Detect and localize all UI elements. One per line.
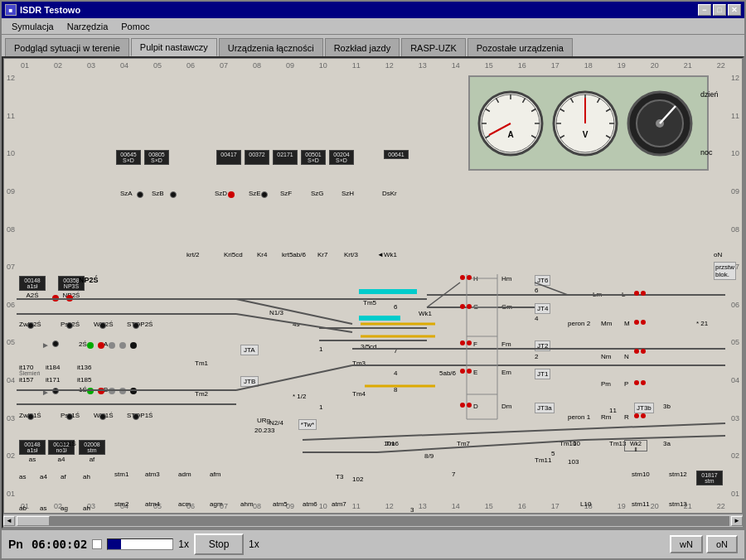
label-ab: ab (19, 504, 27, 512)
label-it157: it157 (19, 376, 33, 384)
menu-narzedzia[interactable]: Narzędzia (61, 20, 115, 33)
label-89: 8/9 (424, 452, 434, 460)
tab-urzadzenia[interactable]: Urządzenia łączności (219, 38, 323, 56)
label-ag: ag (61, 504, 68, 512)
btn-red-05-1[interactable] (98, 388, 104, 394)
device-Tw[interactable]: *Tw* (298, 419, 317, 430)
label-atm7: atm7 (332, 500, 346, 508)
btn-grey-05-1[interactable] (109, 388, 115, 394)
row-num-06: 06 (7, 301, 15, 309)
label-stm2: stm2 (114, 500, 128, 508)
label-5ab6: 5ab/6 (439, 369, 456, 377)
label-Mm: Mm (601, 320, 612, 327)
device-00645[interactable]: 00645S×D (116, 150, 141, 165)
grid-top-numbers: 01 02 03 04 05 06 07 08 09 10 11 12 13 1… (21, 61, 725, 70)
btn-grey-05-2[interactable] (119, 388, 126, 394)
minimize-button[interactable]: − (698, 4, 711, 16)
label-ah2: ah (83, 504, 90, 512)
label-ah-bottom: ah (83, 473, 90, 480)
col-num-13: 13 (419, 61, 427, 70)
label-JT1: JT1 (535, 369, 550, 379)
device-00372[interactable]: 00372 (245, 150, 269, 165)
scroll-right-button[interactable]: ► (731, 516, 743, 526)
device-00148-box: 00148a1sł (19, 276, 46, 291)
menu-pomoc[interactable]: Pomoc (114, 20, 156, 33)
btn-grey-07-2[interactable] (119, 342, 126, 349)
maximize-button[interactable]: □ (713, 4, 726, 16)
tab-rasp[interactable]: RASP-UZK (401, 38, 466, 56)
tab-pozostale[interactable]: Pozostałe urządzenia (467, 38, 573, 56)
label-Nm: Nm (601, 353, 611, 360)
day-display: Pn (8, 538, 23, 551)
col-num-05: 05 (153, 61, 162, 70)
scroll-left-button[interactable]: ◄ (3, 516, 15, 526)
btn-black-05-1 (130, 388, 137, 394)
btn-green-05-1[interactable] (87, 388, 94, 394)
signal-N-leds (634, 349, 646, 354)
label-Tm4: Tm4 (352, 390, 366, 398)
svg-line-50 (427, 282, 460, 307)
label-8: 8 (394, 386, 397, 393)
menu-bar: Symulacja Narzędzia Pomoc (2, 18, 744, 35)
label-SzB: SzB (152, 190, 164, 197)
col-num-11: 11 (352, 61, 361, 70)
time-display: 06:00:02 (31, 538, 87, 551)
label-SzE: SzE (249, 190, 261, 197)
bot-col-14: 14 (452, 502, 460, 510)
label-a2s-bottom: as (19, 473, 26, 480)
col-num-01: 01 (21, 61, 29, 70)
btn-red-07-1[interactable] (98, 342, 104, 349)
scrollbar-thumb[interactable] (17, 516, 50, 526)
row-num-r02: 02 (731, 451, 739, 460)
label-6: 6 (535, 287, 538, 294)
signal-F-leds (460, 340, 472, 345)
btn-grey-07-1[interactable] (109, 342, 115, 349)
device-stm-right[interactable]: 01817stm (696, 471, 723, 485)
device-00417[interactable]: 00417 (216, 150, 241, 165)
label-Slemien: Šlemień (19, 370, 40, 376)
horizontal-scrollbar[interactable]: ◄ ► (3, 514, 743, 527)
device-00641[interactable]: 00641 (384, 150, 409, 159)
led-row11-3 (228, 191, 235, 198)
led-D-red1 (460, 403, 465, 408)
tab-poglad[interactable]: Podgląd sytuacji w terenie (5, 38, 129, 56)
device-00805[interactable]: 00805S×D (144, 150, 169, 165)
device-02008-row3[interactable]: 02008stm af (79, 440, 105, 463)
label-af: af (90, 456, 95, 463)
device-00148-group[interactable]: 00148a1sł A2Ś (19, 276, 46, 299)
scrollbar-track[interactable] (17, 516, 729, 526)
close-button[interactable]: ✕ (728, 4, 741, 16)
device-00501[interactable]: 00501S×D (301, 150, 326, 165)
label-5: 5 (551, 450, 555, 457)
label-M: M (624, 320, 630, 327)
device-02171[interactable]: 02171 (273, 150, 298, 165)
tab-rozklad[interactable]: Rozkład jazdy (325, 38, 400, 56)
bot-col-22: 22 (717, 502, 725, 510)
label-atm5: atm5 (273, 500, 288, 508)
label-Tm11: Tm11 (535, 456, 551, 464)
label-Gm: Gm (501, 303, 512, 311)
device-00204[interactable]: 00204S×D (329, 150, 354, 165)
device-00148-row3[interactable]: 00148a1sł as (19, 440, 46, 463)
label-SzD: SzD (215, 190, 227, 197)
label-agm: agm (210, 500, 223, 508)
led-G-red2 (467, 304, 472, 309)
schematic-panel[interactable]: 01 02 03 04 05 06 07 08 09 10 11 12 13 1… (3, 58, 743, 514)
tab-pulpit[interactable]: Pulpit nastawczy (131, 38, 217, 56)
on-button[interactable]: oN (706, 535, 738, 553)
col-num-16: 16 (518, 61, 526, 70)
svg-text:A: A (507, 130, 513, 139)
bot-col-13: 13 (419, 502, 427, 510)
btn-green-07-1[interactable] (87, 342, 94, 349)
wn-button[interactable]: wN (670, 535, 703, 553)
time-checkbox[interactable] (92, 539, 102, 549)
label-it171: it171 (46, 376, 60, 384)
stop-button[interactable]: Stop (194, 533, 244, 555)
label-L: L (622, 291, 625, 298)
label-atm6: atm6 (303, 500, 317, 508)
rotary-dial[interactable] (626, 89, 694, 157)
gauge-panel: A (468, 75, 709, 171)
row-num-04: 04 (7, 376, 15, 384)
led-E-red1 (460, 369, 465, 374)
menu-symulacja[interactable]: Symulacja (5, 20, 61, 33)
